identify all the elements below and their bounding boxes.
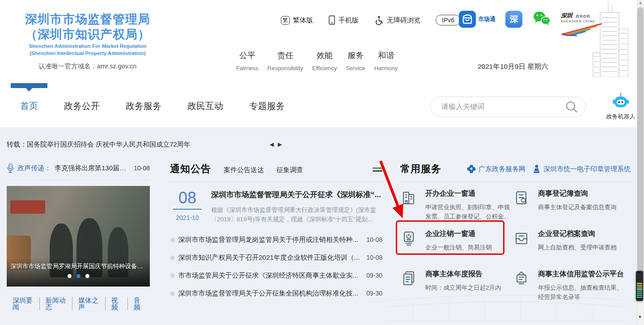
eseal-system-link[interactable]: 深圳市统一电子印章管理系统 [533, 165, 631, 173]
link-media-voice[interactable]: 媒体之声 [72, 297, 106, 310]
services-title: 常用服务 [400, 162, 441, 176]
notice-board-icon [513, 270, 530, 287]
guangdong-portal-link[interactable]: 广东政务服务网 [467, 165, 525, 173]
link-audio[interactable]: 音频 [128, 297, 150, 310]
link-shenzhen-news[interactable]: 深圳要闻 [7, 297, 40, 310]
ipv6-badge[interactable]: IPv6 [436, 15, 461, 25]
nav-item-home[interactable]: 首页 [20, 100, 38, 112]
mobile-version-link[interactable]: 手机版 [328, 15, 359, 25]
divider [170, 181, 382, 182]
notice-list: ◎ 深圳市市场监督管理局龙岗监管局关于停用或注销相关特种... 10-08 ◎ … [170, 231, 382, 302]
carousel-caption[interactable]: 深圳市市场监管局罗湖局开展国庆节前特种设备安全... [7, 262, 150, 270]
mobile-version-label: 手机版 [339, 16, 359, 25]
ticker-controls: ◀ ▶ [270, 141, 282, 148]
site-logo[interactable]: 深圳市市场监督管理局 （深圳市知识产权局） Shenzhen Administr… [13, 12, 163, 71]
wechat-icon[interactable] [532, 11, 551, 28]
document-search-icon [513, 190, 530, 207]
menu-icon[interactable] [373, 165, 382, 173]
value-cn: 服务 [346, 50, 365, 61]
service-registry-search[interactable]: 商事登记簿查询 商事主体登记及备案信息查询 [513, 189, 631, 227]
scrollbar-up-icon[interactable]: ▲ [637, 1, 644, 5]
eseal-system-label: 深圳市统一电子印章管理系统 [543, 165, 631, 173]
ticker-label: 转载： [7, 140, 27, 149]
ticker-next-icon[interactable]: ▶ [278, 141, 282, 148]
link-video[interactable]: 视频 [106, 297, 128, 310]
search-input[interactable] [441, 103, 565, 111]
scrollbar-down-icon[interactable]: ▼ [636, 315, 644, 319]
shenzhen-gov-logo-cn: 深圳 [561, 12, 572, 19]
market-app-link[interactable]: 市场通 [459, 11, 496, 28]
service-archive-search[interactable]: 企业登记档案查询 网上自助查档、受理申请查档 [513, 229, 631, 267]
service-open-business[interactable]: 开办企业一窗通 申请营业执照、刻制印章、申领发票、员工参保登记、公积金... [400, 189, 513, 227]
carousel-dot-3[interactable] [85, 274, 89, 278]
notice-title[interactable]: 深圳市知识产权局关于召开2021年度企业软件正版化培训（... [178, 253, 360, 262]
traditional-chinese-link[interactable]: 繁 繁体版 [281, 16, 313, 25]
value-cn: 效能 [312, 50, 337, 61]
voice-section-label[interactable]: 政声传递： [17, 164, 51, 173]
gov-robot-button[interactable]: 政务机器人 [604, 93, 638, 121]
accessibility-icon [374, 15, 384, 25]
nav-item-gov-services[interactable]: 政务服务 [126, 100, 161, 112]
carousel-dot-2[interactable] [76, 274, 80, 278]
featured-month: 2021-10 [170, 214, 205, 221]
left-column: 政声传递： 李克强将出席第130届中国... 10-08 深圳市市场监管局罗湖局… [7, 162, 150, 310]
logo-title-cn-1: 深圳市市场监督管理局 [13, 12, 163, 27]
current-date: 2021年10月9日 星期六 [478, 62, 548, 72]
market-app-icon [459, 11, 476, 28]
divider [7, 180, 150, 180]
robot-icon [610, 93, 631, 110]
volume-indicator-widget [636, 271, 643, 301]
featured-notice-title[interactable]: 深圳市市场监督管理局关于公开征求《深圳标准“... [211, 190, 382, 200]
news-ticker[interactable]: 转载： 国务院举行国庆招待会 庆祝中华人民共和国成立72周年 [7, 140, 191, 149]
company-building-icon [400, 190, 417, 207]
services-grid: 开办企业一窗通 申请营业执照、刻制印章、申领发票、员工参保登记、公积金... [400, 189, 631, 307]
volume-dark-stripes [637, 272, 642, 283]
service-credit-platform[interactable]: 商事主体信用监管公示平台 年报公示信息、抽查检查结果、经营异常名录等 [513, 270, 631, 307]
bullet-icon: ◎ [170, 272, 174, 279]
value-en: Fairness [236, 65, 258, 72]
bullet-icon: ◎ [170, 236, 174, 243]
search-icon[interactable] [565, 100, 578, 114]
featured-notice[interactable]: 08 2021-10 深圳市市场监督管理局关于公开征求《深圳标准“... 根据《… [170, 190, 382, 224]
carousel-dot-1[interactable] [68, 274, 72, 278]
archive-box-icon [513, 230, 530, 247]
main-nav: 首页 政务公开 政务服务 政民互动 专题服务 [20, 100, 285, 112]
volume-teal-stripes [637, 290, 642, 298]
scrollbar-thumb[interactable] [637, 7, 644, 286]
service-desc: 企业一般注销、简易注销 [425, 243, 492, 252]
featured-notice-summary: 根据《深圳市市场监督管理局重大行政决策管理规定》(深市监〔2019〕819号)等… [211, 205, 382, 224]
notice-title[interactable]: 市市场监管局关于公开征求《深圳经济特区商事主体歇业实... [178, 271, 360, 280]
service-annual-report[interactable]: 商事主体年度报告 时间：成立周年之日起2月内 [400, 270, 513, 307]
power-off-icon [400, 230, 417, 247]
link-news-updates[interactable]: 新闻动态 [40, 297, 73, 310]
notice-title[interactable]: 深圳市市场监督管理局关于公开征集全国机构治理标准化技... [178, 289, 360, 298]
notices-tabs: 案件公告送达 征集调查 [224, 164, 303, 174]
logo-title-en-1: Shenzhen Administration For Market Regul… [13, 43, 163, 49]
nav-item-interaction[interactable]: 政民互动 [187, 100, 223, 112]
ticker-prev-icon[interactable]: ◀ [270, 141, 274, 148]
notice-title[interactable]: 深圳市市场监督管理局龙岗监管局关于停用或注销相关特种... [178, 236, 360, 244]
notice-row[interactable]: ◎ 深圳市市场监督管理局关于公开征集全国机构治理标准化技... 09-30 [170, 284, 382, 302]
service-title: 商事登记簿查询 [538, 189, 617, 198]
notice-row[interactable]: ◎ 深圳市市场监督管理局龙岗监管局关于停用或注销相关特种... 10-08 [170, 231, 382, 249]
accessibility-link[interactable]: 无障碍浏览 [374, 15, 420, 25]
active-tab-indicator [11, 83, 47, 88]
notices-title: 通知公告 [170, 162, 211, 176]
service-desc: 时间：成立周年之日起2月内 [425, 283, 501, 292]
tab-surveys[interactable]: 征集调查 [276, 166, 303, 174]
service-deregistration[interactable]: 企业注销一窗通 企业一般注销、简易注销 [400, 229, 513, 267]
notice-row[interactable]: ◎ 深圳市知识产权局关于召开2021年度企业软件正版化培训（... 10-08 [170, 249, 382, 266]
nav-item-gov-info[interactable]: 政务公开 [64, 100, 100, 112]
notice-row[interactable]: ◎ 市市场监管局关于公开征求《深圳经济特区商事主体歇业实... 09-30 [170, 266, 382, 284]
nav-item-special[interactable]: 专题服务 [249, 100, 285, 112]
services-column: 常用服务 广东政务服务网 [400, 162, 631, 307]
ishenzhen-app-icon[interactable]: ♥ 深 [505, 11, 522, 28]
service-title: 商事主体年度报告 [425, 270, 501, 279]
tab-case-announcements[interactable]: 案件公告送达 [224, 166, 264, 174]
guangdong-portal-label: 广东政务服务网 [479, 165, 525, 173]
voice-news-title[interactable]: 李克强将出席第130届中国... [55, 164, 129, 173]
service-desc: 商事主体登记及备案信息查询 [538, 203, 617, 212]
photo-carousel[interactable]: 深圳市市场监管局罗湖局开展国庆节前特种设备安全... [7, 186, 150, 287]
service-title: 商事主体信用监管公示平台 [538, 270, 624, 279]
carousel-dots [7, 274, 150, 278]
